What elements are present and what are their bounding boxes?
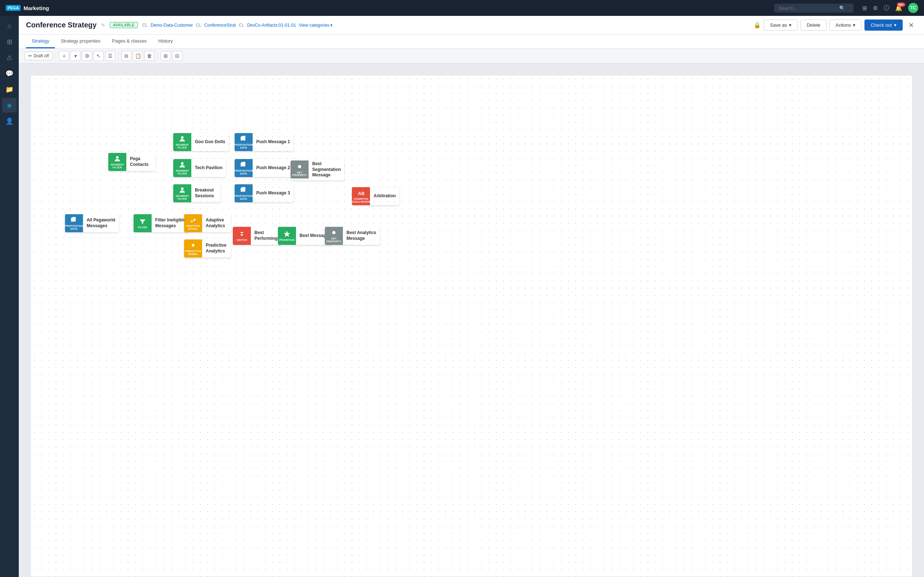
draft-off-label: Draft off (34, 53, 49, 58)
notifications[interactable]: 🔔 99+ (895, 5, 902, 11)
paste-button[interactable]: 📋 (133, 51, 143, 61)
node-best-message[interactable]: PRIORITIZE Best Message (278, 227, 332, 245)
cl-link-1[interactable]: Demo-Data-Customer (150, 23, 193, 28)
save-as-button[interactable]: Save as ▾ (764, 19, 798, 31)
search-bar[interactable]: 🔍 (774, 3, 854, 13)
cl-label-2: CL (196, 23, 201, 28)
pencil-icon: ✏ (29, 53, 32, 58)
tab-strategy-properties[interactable]: Strategy properties (55, 35, 106, 48)
tab-pages-classes[interactable]: Pages & classes (106, 35, 152, 48)
node-all-pegaworld[interactable]: PROPOSITIONDATA All PegaworldMessages (65, 214, 119, 232)
save-as-chevron: ▾ (789, 23, 792, 28)
close-button[interactable]: ✕ (906, 20, 917, 31)
cursor-button[interactable]: ☰ (105, 51, 115, 61)
search-input[interactable] (779, 5, 836, 11)
top-nav-icons: ⊞ ⚙ ⓘ 🔔 99+ TC (862, 3, 918, 13)
node-tech-pavilion-label: Tech Pavilion (191, 163, 226, 173)
node-all-pegaworld-label: All PegaworldMessages (83, 215, 119, 231)
toolbar: ✏ Draft off + ▾ ⚙ ↖ ☰ ⧉ 📋 🗑 ⊞ ⊟ (19, 49, 924, 63)
avatar[interactable]: TC (908, 3, 918, 13)
node-best-analytics-label: Best AnalyticsMessage (343, 228, 380, 243)
node-best-analytics[interactable]: SETPROPERTY Best AnalyticsMessage (325, 227, 380, 245)
lock-icon[interactable]: 🔒 (754, 22, 761, 29)
header-bar: Conference Strategy ✎ AVAILABLE CL Demo-… (19, 16, 924, 35)
node-adaptive-analytics-label: AdaptiveAnalytics (202, 215, 231, 231)
svg-point-18 (116, 156, 118, 159)
checkout-button[interactable]: Check out ▾ (864, 19, 903, 31)
tab-history[interactable]: History (152, 35, 178, 48)
grid-icon[interactable]: ⊞ (862, 5, 867, 11)
sliders-icon[interactable]: ⚙ (873, 5, 878, 11)
toolbar-separator-1 (56, 52, 56, 60)
node-push-message-1-label: Push Message 1 (253, 137, 294, 147)
grid-view-button[interactable]: ⊞ (161, 51, 171, 61)
sidebar-item-messages[interactable]: 💬 (2, 66, 16, 81)
app-layout: ⌂ ⊞ ⚠ 💬 📁 ◈ 👤 Conference Strategy ✎ AVAI… (0, 16, 924, 577)
svg-text:AB: AB (358, 191, 365, 196)
cl-link-2[interactable]: ConferenceStrat (204, 23, 236, 28)
node-push-message-3[interactable]: PROPOSITIONDATA Push Message 3 (234, 184, 294, 202)
tab-strategy[interactable]: Strategy (26, 35, 55, 48)
node-push-message-2[interactable]: PROPOSITIONDATA Push Message 2 (234, 159, 294, 177)
expand-button[interactable]: ⊟ (172, 51, 182, 61)
main-content: Conference Strategy ✎ AVAILABLE CL Demo-… (19, 16, 924, 577)
node-pega-contacts[interactable]: SEGMENTFILTER PegaContacts (108, 153, 155, 171)
sidebar: ⌂ ⊞ ⚠ 💬 📁 ◈ 👤 (0, 16, 19, 577)
strategy-canvas[interactable]: SEGMENTFILTER PegaContacts SEGMENTFILTER… (30, 75, 913, 577)
toolbar-separator-2 (118, 52, 118, 60)
arrows-overlay (31, 76, 139, 129)
copy-button[interactable]: ⧉ (121, 51, 131, 61)
node-goo-goo-dolls[interactable]: SEGMENTFILTER Goo Goo Dolls (173, 133, 229, 151)
top-navigation: PEGA Marketing 🔍 ⊞ ⚙ ⓘ 🔔 99+ TC (0, 0, 924, 16)
checkout-label: Check out (871, 23, 892, 28)
pointer-button[interactable]: ↖ (94, 51, 103, 61)
sidebar-item-dashboard[interactable]: ⊞ (2, 35, 16, 49)
actions-button[interactable]: Actions ▾ (829, 19, 862, 31)
sidebar-item-alerts[interactable]: ⚠ (2, 50, 16, 65)
svg-point-19 (181, 136, 183, 139)
page-title: Conference Strategy (26, 21, 97, 29)
actions-chevron: ▾ (853, 23, 855, 28)
cl-link-3[interactable]: DevCo-Artifacts:01-01-01 (247, 23, 296, 28)
actions-label: Actions (835, 23, 851, 28)
add-button[interactable]: + (59, 51, 69, 61)
node-push-message-1[interactable]: PROPOSITIONDATA Push Message 1 (234, 133, 294, 151)
node-tech-pavilion[interactable]: SEGMENTFILTER Tech Pavilion (173, 159, 226, 177)
node-predictive-analytics[interactable]: PREDICTIVEMODEL PredictiveAnalytics (184, 239, 231, 258)
product-name: Marketing (23, 5, 49, 11)
node-arbitration-label: Arbitration (370, 191, 399, 201)
delete-button[interactable]: Delete (801, 19, 827, 31)
sidebar-item-strategy[interactable]: ◈ (2, 98, 16, 113)
view-categories[interactable]: View categories ▾ (299, 23, 333, 28)
node-best-segmentation[interactable]: SETPROPERTY BestSegmentationMessage (291, 159, 344, 180)
node-best-performing[interactable]: SWITCH BestPerforming (233, 227, 281, 245)
add-dropdown-button[interactable]: ▾ (70, 51, 81, 61)
help-icon[interactable]: ⓘ (884, 4, 889, 12)
node-adaptive-analytics[interactable]: ADAPTIVEMODEL AdaptiveAnalytics (184, 214, 231, 232)
chevron-down-icon: ▾ (330, 23, 333, 28)
sidebar-item-home[interactable]: ⌂ (2, 19, 16, 33)
view-categories-text: View categories (299, 23, 330, 28)
node-push-message-3-label: Push Message 3 (253, 188, 294, 198)
canvas-background (31, 76, 912, 577)
delete-label: Delete (807, 23, 821, 28)
node-predictive-analytics-label: PredictiveAnalytics (202, 240, 231, 256)
search-icon: 🔍 (839, 5, 845, 11)
status-badge: AVAILABLE (110, 22, 138, 28)
node-pega-contacts-label: PegaContacts (126, 154, 155, 169)
brand-logo[interactable]: PEGA Marketing (6, 5, 49, 11)
delete-node-button[interactable]: 🗑 (144, 51, 155, 61)
cl-label-1: CL (142, 23, 148, 28)
node-filter-ineligible[interactable]: FILTER Filter IneligibleMessages (134, 214, 189, 232)
svg-point-21 (181, 187, 183, 190)
sidebar-item-people[interactable]: 👤 (2, 114, 16, 128)
settings-button[interactable]: ⚙ (82, 51, 92, 61)
node-arbitration[interactable]: AB CHAMPIONCHALLENGER Arbitration (352, 187, 399, 205)
sidebar-item-files[interactable]: 📁 (2, 82, 16, 97)
cl-label-3: CL (239, 23, 244, 28)
node-breakout-sessions[interactable]: SEGMENTFILTER BreakoutSessions (173, 184, 220, 202)
draft-off-button[interactable]: ✏ Draft off (24, 52, 53, 60)
svg-point-25 (298, 165, 301, 168)
edit-icon[interactable]: ✎ (101, 23, 105, 28)
node-breakout-sessions-label: BreakoutSessions (191, 185, 220, 201)
